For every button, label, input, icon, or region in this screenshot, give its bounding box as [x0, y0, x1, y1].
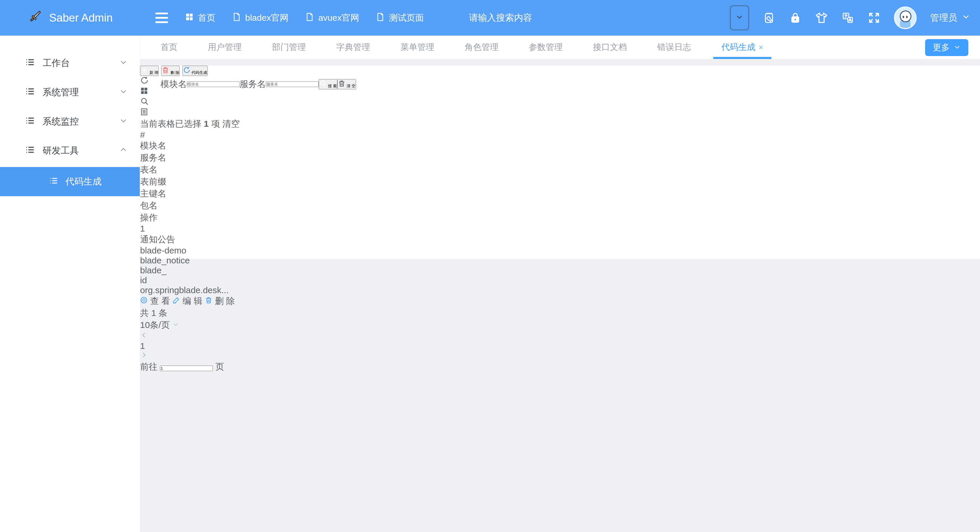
grid-icon — [185, 13, 194, 23]
selection-clear-link[interactable]: 清空 — [223, 119, 240, 129]
add-button[interactable]: 新 增 — [140, 66, 159, 76]
page-size-select[interactable]: 10条/页 — [140, 319, 980, 331]
user-avatar[interactable] — [894, 6, 917, 29]
chevron-up-icon — [119, 146, 127, 156]
selection-info: 当前表格已选择 1 项 清空 — [140, 118, 980, 130]
row-table: blade_notice — [140, 255, 980, 265]
column-header: 主键名 — [140, 188, 980, 200]
pencil-icon — [172, 296, 180, 306]
close-icon[interactable]: × — [759, 43, 763, 52]
row-service: blade-demo — [140, 245, 980, 255]
topnav-bladex[interactable]: bladex官网 — [232, 12, 288, 24]
sidebar-item-label: 系统管理 — [43, 86, 119, 99]
translate-icon[interactable] — [842, 11, 854, 24]
global-search-input[interactable] — [469, 13, 591, 23]
document-icon — [376, 13, 385, 23]
clipboard-wrench-icon[interactable] — [762, 11, 775, 24]
next-page-button[interactable] — [140, 351, 980, 361]
app-logo: Saber Admin — [0, 0, 140, 36]
app-title: Saber Admin — [49, 12, 113, 24]
chevron-down-icon — [119, 58, 127, 68]
tab-error-log[interactable]: 错误日志 — [642, 36, 706, 59]
sidebar-item-code-generation[interactable]: 代码生成 — [0, 167, 140, 196]
table-actions: 新 增 删 除 代码生成 — [140, 66, 980, 76]
tab-dict-management[interactable]: 字典管理 — [321, 36, 385, 59]
tab-home[interactable]: 首页 — [145, 36, 192, 59]
column-header: 模块名 — [140, 140, 980, 152]
data-table: # 模块名 服务名 表名 表前缀 主键名 包名 操作 1 通知公告 blade-… — [140, 130, 980, 307]
tab-code-generation[interactable]: 代码生成 × — [706, 36, 778, 59]
list-icon — [25, 145, 35, 157]
clear-button[interactable]: 清 空 — [337, 79, 356, 89]
sidebar-item-workbench[interactable]: 工作台 — [0, 48, 140, 78]
more-label: 更多 — [933, 42, 950, 53]
code-generate-button[interactable]: 代码生成 — [182, 66, 208, 76]
page-size-value: 10条/页 — [140, 320, 170, 330]
search-toggle-icon[interactable] — [140, 97, 980, 108]
sidebar-item-system-management[interactable]: 系统管理 — [0, 78, 140, 107]
service-name-input[interactable] — [266, 81, 319, 87]
sword-icon — [27, 9, 43, 27]
chevron-down-icon — [736, 13, 743, 23]
user-name: 管理员 — [930, 12, 957, 24]
prev-page-button[interactable] — [140, 331, 980, 341]
topnav-bladex-label: bladex官网 — [245, 12, 288, 24]
pagination-total: 共 1 条 — [140, 308, 167, 318]
tab-menu-management[interactable]: 菜单管理 — [385, 36, 449, 59]
row-package: org.springblade.desk... — [140, 285, 980, 295]
trash-icon — [205, 296, 212, 306]
row-prefix: blade_ — [140, 265, 980, 276]
top-dropdown-button[interactable] — [730, 5, 749, 30]
row-module: 通知公告 — [140, 234, 980, 245]
module-name-input[interactable] — [187, 81, 240, 87]
page-unit-label: 页 — [215, 362, 224, 371]
table-row: 1 通知公告 blade-demo blade_notice blade_ id… — [140, 224, 980, 307]
sidebar-item-label: 系统监控 — [43, 115, 119, 127]
sidebar-item-system-monitor[interactable]: 系统监控 — [0, 107, 140, 136]
plus-icon — [141, 70, 148, 75]
topnav-home[interactable]: 首页 — [185, 12, 215, 24]
topnav-home-label: 首页 — [198, 12, 215, 24]
trash-icon — [162, 70, 169, 75]
topnav-test-label: 测试页面 — [389, 12, 424, 24]
sidebar-item-label: 代码生成 — [65, 175, 102, 188]
more-button[interactable]: 更多 — [925, 39, 968, 56]
table-header-row: # 模块名 服务名 表名 表前缀 主键名 包名 操作 — [140, 130, 980, 224]
goto-page-input[interactable] — [160, 366, 213, 371]
edit-link[interactable]: 编 辑 — [172, 296, 205, 306]
tab-user-management[interactable]: 用户管理 — [192, 36, 257, 59]
selection-text: 当前表格已选择 — [140, 119, 201, 129]
tab-param-management[interactable]: 参数管理 — [514, 36, 578, 59]
chevron-down-icon — [119, 87, 127, 97]
column-header: 表前缀 — [140, 176, 980, 188]
current-page-button[interactable]: 1 — [140, 341, 980, 351]
column-header: 服务名 — [140, 152, 980, 164]
top-header: Saber Admin 首页 bladex官网 avuex官网 测试页面 — [0, 0, 980, 36]
sidebar: 工作台 系统管理 系统监控 研发工具 代码生成 — [0, 36, 140, 532]
tab-bar: 首页 用户管理 部门管理 字典管理 菜单管理 角色管理 参数管理 接口文档 错误… — [140, 36, 980, 59]
pagination: 共 1 条 10条/页 1 前往 页 — [140, 307, 980, 373]
list-icon — [25, 116, 35, 127]
user-menu[interactable]: 管理员 — [930, 12, 970, 24]
sidebar-collapse-icon[interactable] — [155, 13, 168, 23]
fullscreen-icon[interactable] — [868, 11, 880, 24]
sidebar-item-label: 研发工具 — [43, 145, 119, 157]
view-link[interactable]: 查 看 — [140, 296, 172, 306]
column-header: 表名 — [140, 164, 980, 176]
delete-button[interactable]: 删 除 — [161, 66, 180, 76]
sidebar-item-dev-tools[interactable]: 研发工具 — [0, 136, 140, 165]
delete-link[interactable]: 删 除 — [205, 296, 235, 306]
tab-api-docs[interactable]: 接口文档 — [578, 36, 642, 59]
tab-dept-management[interactable]: 部门管理 — [257, 36, 321, 59]
search-button[interactable]: 搜 索 — [319, 79, 337, 89]
theme-shirt-icon[interactable] — [815, 11, 828, 24]
chevron-down-icon — [962, 13, 970, 23]
lock-icon[interactable] — [789, 11, 802, 24]
menu-list-icon[interactable] — [140, 108, 980, 118]
topnav-avuex[interactable]: avuex官网 — [305, 12, 359, 24]
service-name-label: 服务名 — [240, 78, 266, 90]
topnav-test-page[interactable]: 测试页面 — [376, 12, 424, 24]
document-icon — [232, 13, 241, 23]
list-icon — [25, 57, 35, 69]
tab-role-management[interactable]: 角色管理 — [449, 36, 514, 59]
